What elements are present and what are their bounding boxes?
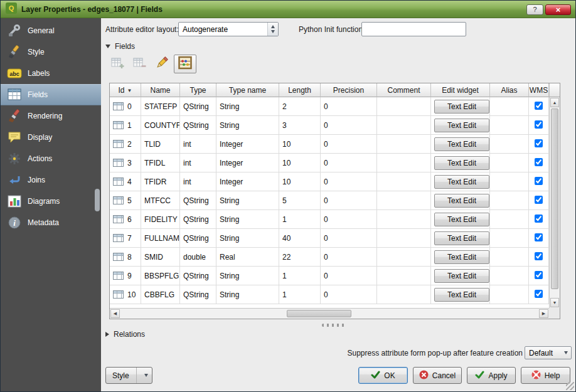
cell-type-name: String	[216, 191, 279, 210]
sidebar-item-actions[interactable]: Actions	[1, 148, 101, 169]
column-header-type-name[interactable]: Type name	[216, 83, 279, 97]
edit-widget-button[interactable]: Text Edit	[434, 194, 489, 208]
python-init-input[interactable]	[361, 22, 466, 36]
table-row[interactable]: 7 FULLNAME QString String 40 0 Text Edit	[110, 229, 549, 248]
wms-checkbox[interactable]	[535, 120, 543, 129]
new-column-button[interactable]	[108, 55, 127, 73]
table-vertical-scrollbar[interactable]: ▲ ▼	[549, 97, 560, 308]
sidebar-item-rendering[interactable]: Rendering	[1, 105, 101, 127]
edit-widget-button[interactable]: Text Edit	[434, 156, 489, 170]
table-row[interactable]: 0 STATEFP QString String 2 0 Text Edit	[110, 97, 549, 116]
edit-widget-button[interactable]: Text Edit	[434, 100, 489, 114]
sidebar-item-label: Display	[28, 133, 52, 142]
column-header-type[interactable]: Type	[180, 83, 216, 97]
vertical-scrollbar-handle[interactable]	[551, 109, 558, 289]
cell-length: 2	[279, 97, 321, 116]
titlebar[interactable]: Q Layer Properties - edges_18077 | Field…	[1, 1, 575, 18]
table-horizontal-scrollbar[interactable]: ◀ ▶	[110, 308, 549, 319]
sidebar-item-diagrams[interactable]: Diagrams	[1, 191, 101, 212]
titlebar-help-button[interactable]: ?	[526, 4, 543, 15]
sidebar-item-joins[interactable]: Joins	[1, 169, 101, 191]
wms-checkbox[interactable]	[535, 233, 543, 241]
wms-checkbox[interactable]	[535, 215, 543, 223]
scroll-left-button[interactable]: ◀	[110, 309, 120, 318]
scroll-right-button[interactable]: ▶	[539, 309, 548, 318]
apply-button[interactable]: Apply	[467, 367, 516, 384]
fields-section-title: Fields	[115, 42, 135, 51]
column-header-wms[interactable]: WMS	[529, 83, 549, 97]
help-button[interactable]: Help	[521, 367, 570, 384]
table-row[interactable]: 10 CBBFLG QString String 1 0 Text Edit	[110, 285, 549, 304]
scroll-up-button[interactable]: ▲	[550, 98, 559, 107]
edit-widget-button[interactable]: Text Edit	[434, 175, 489, 189]
cell-type-name: String	[216, 229, 279, 248]
wms-checkbox[interactable]	[535, 290, 543, 298]
table-row[interactable]: 1 COUNTYFP QString String 3 0 Text Edit	[110, 116, 549, 135]
table-row[interactable]: 6 FIDELITY QString String 1 0 Text Edit	[110, 210, 549, 229]
wms-checkbox[interactable]	[535, 177, 543, 185]
cell-precision: 0	[321, 135, 377, 154]
wms-checkbox[interactable]	[535, 196, 543, 204]
cancel-button[interactable]: Cancel	[413, 367, 462, 384]
cell-type: QString	[180, 97, 216, 116]
window-resize-grip[interactable]	[566, 382, 574, 390]
scroll-down-button[interactable]: ▼	[550, 298, 559, 307]
edit-widget-button[interactable]: Text Edit	[434, 288, 489, 302]
wms-checkbox[interactable]	[535, 252, 543, 260]
sidebar-item-metadata[interactable]: i Metadata	[1, 212, 101, 233]
chevron-down-icon	[144, 374, 148, 377]
sidebar-item-display[interactable]: Display	[1, 127, 101, 148]
cell-id: 0	[127, 102, 132, 111]
attribute-editor-layout-combo[interactable]: Autogenerate	[178, 22, 279, 36]
table-row[interactable]: 9 BBSPFLG QString String 1 0 Text Edit	[110, 267, 549, 285]
wms-checkbox[interactable]	[535, 102, 543, 110]
fields-section-header[interactable]: Fields	[105, 42, 135, 51]
wms-checkbox[interactable]	[535, 271, 543, 279]
column-header-alias[interactable]: Alias	[490, 83, 529, 97]
sidebar-scrollbar-handle[interactable]	[95, 189, 100, 211]
table-row[interactable]: 2 TLID int Integer 10 0 Text Edit	[110, 135, 549, 154]
apply-icon	[475, 370, 484, 381]
ok-icon	[371, 370, 380, 381]
relations-section-header[interactable]: Relations	[105, 330, 145, 339]
sidebar-item-general[interactable]: General	[1, 20, 101, 41]
sidebar-item-style[interactable]: Style	[1, 41, 101, 63]
suppress-popup-combo[interactable]: Default	[525, 346, 572, 359]
splitter-handle[interactable]	[322, 324, 347, 327]
column-header-comment[interactable]: Comment	[377, 83, 431, 97]
wms-checkbox[interactable]	[535, 158, 543, 166]
wms-checkbox[interactable]	[535, 139, 543, 147]
fields-table: Id▼ Name Type Type name Length Precision…	[109, 83, 560, 319]
edit-widget-button[interactable]: Text Edit	[434, 269, 489, 283]
toggle-editing-button[interactable]	[152, 55, 171, 73]
table-row[interactable]: 5 MTFCC QString String 5 0 Text Edit	[110, 191, 549, 210]
cell-comment	[377, 267, 431, 285]
cell-alias	[490, 285, 529, 304]
cell-alias	[490, 172, 529, 191]
table-row[interactable]: 4 TFIDR int Integer 10 0 Text Edit	[110, 172, 549, 191]
delete-column-button[interactable]	[130, 55, 149, 73]
edit-widget-button[interactable]: Text Edit	[434, 213, 489, 226]
fields-table-body: 0 STATEFP QString String 2 0 Text Edit 1…	[110, 97, 549, 304]
horizontal-scrollbar-handle[interactable]	[287, 310, 351, 317]
field-calculator-button[interactable]	[174, 55, 196, 73]
sidebar-item-labels[interactable]: abc Labels	[1, 63, 101, 84]
fields-toolbar	[108, 55, 196, 73]
expand-triangle-icon	[105, 332, 109, 337]
column-header-name[interactable]: Name	[141, 83, 180, 97]
cell-id: 4	[127, 177, 132, 186]
edit-widget-button[interactable]: Text Edit	[434, 137, 489, 151]
edit-widget-button[interactable]: Text Edit	[434, 119, 489, 132]
edit-widget-button[interactable]: Text Edit	[434, 231, 489, 245]
column-header-edit-widget[interactable]: Edit widget	[431, 83, 490, 97]
table-row[interactable]: 8 SMID double Real 22 0 Text Edit	[110, 248, 549, 267]
column-header-id[interactable]: Id▼	[110, 83, 141, 97]
edit-widget-button[interactable]: Text Edit	[434, 250, 489, 264]
sidebar-item-fields[interactable]: Fields	[1, 84, 101, 105]
column-header-length[interactable]: Length	[279, 83, 321, 97]
titlebar-close-button[interactable]: ×	[545, 4, 571, 15]
ok-button[interactable]: OK	[358, 367, 408, 384]
column-header-precision[interactable]: Precision	[321, 83, 377, 97]
style-menu-button[interactable]: Style	[105, 367, 152, 384]
table-row[interactable]: 3 TFIDL int Integer 10 0 Text Edit	[110, 154, 549, 172]
